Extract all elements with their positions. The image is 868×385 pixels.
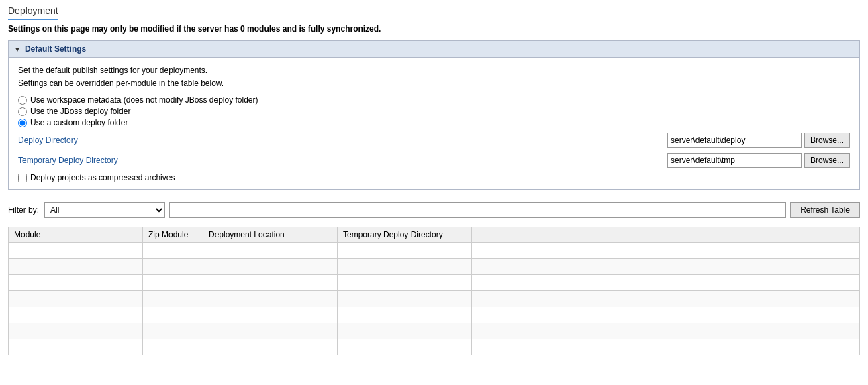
- section-desc: Set the default publish settings for you…: [18, 64, 850, 90]
- table-row: [9, 339, 860, 355]
- deploy-dir-link[interactable]: Deploy Directory: [18, 135, 152, 145]
- cell-deploy: [203, 339, 338, 355]
- cell-tmp: [338, 323, 472, 339]
- cell-deploy: [203, 323, 338, 339]
- cell-rest: [472, 339, 860, 355]
- col-header-rest: [472, 227, 860, 243]
- radio-custom-input[interactable]: [18, 119, 27, 127]
- radio-jboss-input[interactable]: [18, 107, 27, 116]
- cell-deploy: [203, 259, 338, 275]
- collapse-arrow-icon: ▼: [14, 46, 21, 53]
- cell-tmp: [338, 243, 472, 259]
- cell-zip: [143, 275, 203, 291]
- cell-rest: [472, 243, 860, 259]
- radio-custom-label[interactable]: Use a custom deploy folder: [30, 118, 128, 127]
- col-header-zip: Zip Module: [143, 227, 203, 243]
- cell-zip: [143, 307, 203, 323]
- cell-module: [9, 259, 143, 275]
- tmp-dir-row: Temporary Deploy Directory Browse...: [18, 153, 850, 168]
- cell-rest: [472, 323, 860, 339]
- cell-tmp: [338, 291, 472, 307]
- tmp-dir-link[interactable]: Temporary Deploy Directory: [18, 156, 152, 165]
- cell-rest: [472, 307, 860, 323]
- cell-deploy: [203, 307, 338, 323]
- radio-workspace-label[interactable]: Use workspace metadata (does not modify …: [30, 95, 258, 105]
- table-row: [9, 307, 860, 323]
- radio-jboss-option: Use the JBoss deploy folder: [18, 107, 850, 116]
- table-row: [9, 291, 860, 307]
- radio-workspace-input[interactable]: [18, 96, 27, 105]
- cell-rest: [472, 275, 860, 291]
- table-row: [9, 275, 860, 291]
- cell-zip: [143, 243, 203, 259]
- compressed-archives-row: Deploy projects as compressed archives: [18, 173, 850, 182]
- table-row: [9, 243, 860, 259]
- tmp-dir-input[interactable]: [667, 153, 802, 168]
- compressed-archives-checkbox[interactable]: [18, 174, 27, 182]
- compressed-archives-label[interactable]: Deploy projects as compressed archives: [30, 173, 175, 182]
- cell-zip: [143, 291, 203, 307]
- cell-deploy: [203, 275, 338, 291]
- cell-module: [9, 323, 143, 339]
- filter-select[interactable]: All Module Zip Module Deployment Locatio…: [44, 202, 165, 218]
- table-row: [9, 323, 860, 339]
- deploy-dir-row: Deploy Directory Browse...: [18, 133, 850, 148]
- cell-zip: [143, 259, 203, 275]
- cell-rest: [472, 259, 860, 275]
- radio-workspace-option: Use workspace metadata (does not modify …: [18, 95, 850, 105]
- cell-tmp: [338, 307, 472, 323]
- cell-deploy: [203, 243, 338, 259]
- cell-module: [9, 291, 143, 307]
- filter-bar: Filter by: All Module Zip Module Deploym…: [8, 199, 860, 221]
- cell-rest: [472, 291, 860, 307]
- table-row: [9, 259, 860, 275]
- radio-custom-option: Use a custom deploy folder: [18, 118, 850, 127]
- desc-line1: Set the default publish settings for you…: [18, 64, 850, 77]
- cell-zip: [143, 323, 203, 339]
- warning-text: Settings on this page may only be modifi…: [8, 24, 860, 34]
- cell-module: [9, 339, 143, 355]
- cell-module: [9, 307, 143, 323]
- desc-line2: Settings can be overridden per-module in…: [18, 77, 850, 90]
- cell-module: [9, 243, 143, 259]
- module-table: Module Zip Module Deployment Location Te…: [8, 227, 860, 355]
- cell-zip: [143, 339, 203, 355]
- cell-deploy: [203, 291, 338, 307]
- default-settings-header[interactable]: ▼ Default Settings: [8, 40, 860, 58]
- col-header-module: Module: [9, 227, 143, 243]
- cell-tmp: [338, 259, 472, 275]
- filter-search-input[interactable]: [169, 202, 786, 218]
- tmp-dir-browse-button[interactable]: Browse...: [804, 153, 850, 168]
- radio-jboss-label[interactable]: Use the JBoss deploy folder: [30, 107, 130, 116]
- default-settings-body: Set the default publish settings for you…: [8, 58, 860, 190]
- col-header-deploy: Deployment Location: [203, 227, 338, 243]
- deploy-dir-browse-button[interactable]: Browse...: [804, 133, 850, 148]
- page-container: Deployment Settings on this page may onl…: [0, 0, 868, 385]
- cell-tmp: [338, 339, 472, 355]
- cell-module: [9, 275, 143, 291]
- filter-label: Filter by:: [8, 205, 39, 215]
- page-title: Deployment: [8, 5, 58, 20]
- deploy-dir-input[interactable]: [667, 133, 802, 148]
- table-body: [9, 243, 860, 355]
- default-settings-title: Default Settings: [25, 44, 86, 54]
- col-header-tmp: Temporary Deploy Directory: [338, 227, 472, 243]
- table-header-row: Module Zip Module Deployment Location Te…: [9, 227, 860, 243]
- cell-tmp: [338, 275, 472, 291]
- refresh-table-button[interactable]: Refresh Table: [790, 202, 860, 218]
